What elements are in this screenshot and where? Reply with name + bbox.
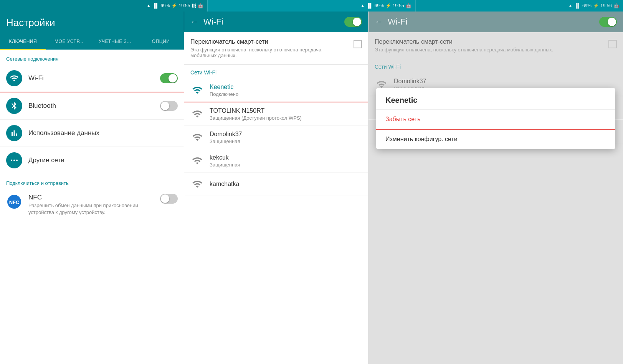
network-item-kamchatka[interactable]: kamchatka xyxy=(184,173,368,196)
network-item-kekcuk[interactable]: kekcuk Защищенная xyxy=(184,149,368,173)
android-icon-right: 🤖 xyxy=(613,3,619,8)
battery-mid: 69% xyxy=(375,3,384,8)
status-bar-mid: ▲ ▐▌ 69% ⚡ 19:55 🤖 xyxy=(207,0,415,12)
wifi-network-icon-domolink xyxy=(190,130,204,144)
status-bar-right: ▲ ▐▌ 69% ⚡ 19:56 🤖 xyxy=(415,0,623,12)
keenetic-status: Подключено xyxy=(210,91,362,97)
svg-point-1 xyxy=(13,160,15,161)
wifi-item-title: Wi-Fi xyxy=(28,74,154,82)
domolink-name-right: Domolink37 xyxy=(394,78,617,85)
bluetooth-item-title: Bluetooth xyxy=(28,102,154,110)
tab-connections[interactable]: КЛЮЧЕНИЯ xyxy=(0,34,46,50)
wifi-item-icon xyxy=(6,70,22,86)
totolink-text: TOTOLINK N150RT Защищенная (Доступен про… xyxy=(210,107,362,121)
wifi-icon-domolink xyxy=(192,132,203,143)
wifi-header-toggle-mid[interactable] xyxy=(344,17,362,27)
nfc-item-subtitle: Разрешить обмен данными при прикосновени… xyxy=(28,202,154,216)
keenetic-name: Keenetic xyxy=(210,84,362,91)
back-button-right[interactable]: ← xyxy=(375,17,383,27)
data-svg-icon xyxy=(10,128,19,138)
screens-container: Настройки КЛЮЧЕНИЯ МОЕ УСТР... УЧЕТНЫЕ З… xyxy=(0,12,623,364)
settings-title: Настройки xyxy=(6,17,178,29)
wifi-title-mid: Wi-Fi xyxy=(203,17,340,27)
data-item-icon xyxy=(6,125,22,141)
smart-switch-mid: Переключатель смарт-сети Эта функция отк… xyxy=(184,32,368,65)
smart-switch-text-mid: Переключатель смарт-сети Эта функция отк… xyxy=(190,38,349,58)
wifi-header-toggle-right[interactable] xyxy=(599,17,617,27)
wifi-icon-status-mid: ▲ xyxy=(360,3,365,8)
nfc-svg-icon: NFC xyxy=(7,195,21,209)
connect-section-label: Подключиться и отправить xyxy=(0,174,184,189)
cell-signal-right: ▐▌ xyxy=(574,3,581,8)
settings-item-wifi[interactable]: Wi-Fi xyxy=(0,65,184,92)
smart-switch-right: Переключатель смарт-сети Эта функция отк… xyxy=(369,32,623,59)
settings-panel: Настройки КЛЮЧЕНИЯ МОЕ УСТР... УЧЕТНЫЕ З… xyxy=(0,12,184,364)
wifi-icon-kamchatka xyxy=(192,179,203,189)
context-menu-forget[interactable]: Забыть сеть xyxy=(376,110,615,130)
smart-switch-subtitle-mid: Эта функция отключена, поскольку отключе… xyxy=(190,47,349,58)
settings-item-nfc[interactable]: NFC NFC Разрешить обмен данными при прик… xyxy=(0,189,184,221)
nfc-toggle-thumb xyxy=(161,194,169,203)
context-menu-title: Keenetic xyxy=(376,88,615,110)
nfc-item-text: NFC Разрешить обмен данными при прикосно… xyxy=(28,194,154,216)
android-icon-left: 🤖 xyxy=(198,3,203,8)
other-item-icon xyxy=(6,152,22,168)
domolink-name: Domolink37 xyxy=(210,131,362,138)
bluetooth-svg-icon xyxy=(10,101,19,110)
wifi-toggle[interactable] xyxy=(160,73,178,83)
wifi-content-mid: Переключатель смарт-сети Эта функция отк… xyxy=(184,32,368,364)
kamchatka-name: kamchatka xyxy=(210,181,362,188)
wifi-icon-totolink xyxy=(192,109,203,119)
data-item-text: Использование данных xyxy=(28,129,178,137)
battery-left: 69% xyxy=(160,3,170,8)
back-button-mid[interactable]: ← xyxy=(190,17,199,27)
smart-switch-subtitle-right: Эта функция отключена, поскольку отключе… xyxy=(375,47,604,53)
smart-switch-title-mid: Переключатель смарт-сети xyxy=(190,38,349,45)
wifi-network-icon-kamchatka xyxy=(190,177,204,191)
wifi-header-right: ← Wi-Fi xyxy=(369,12,623,32)
charge-icon-mid: ⚡ xyxy=(385,3,391,8)
nfc-toggle[interactable] xyxy=(160,194,178,204)
wifi-icon-kekcuk xyxy=(192,155,203,166)
context-menu-modify[interactable]: Изменить конфигур. сети xyxy=(376,130,615,149)
charge-icon-right: ⚡ xyxy=(593,3,599,8)
tab-accounts[interactable]: УЧЕТНЫЕ З... xyxy=(92,34,138,49)
domolink-text: Domolink37 Защищенная xyxy=(210,131,362,144)
status-bar-left: ▲ ▐▌ 69% ⚡ 19:55 🖼 🤖 xyxy=(0,0,207,12)
wifi-toggle-thumb xyxy=(169,74,177,82)
kekcuk-status: Защищенная xyxy=(210,162,362,168)
bluetooth-item-text: Bluetooth xyxy=(28,102,154,110)
cell-signal-mid: ▐▌ xyxy=(367,3,373,8)
smart-switch-title-right: Переключатель смарт-сети xyxy=(375,38,604,45)
other-item-text: Другие сети xyxy=(28,156,178,164)
kekcuk-text: kekcuk Защищенная xyxy=(210,154,362,168)
smart-switch-checkbox-mid[interactable] xyxy=(354,40,362,48)
wifi-icon-keenetic xyxy=(192,85,203,96)
tab-device[interactable]: МОЕ УСТР... xyxy=(46,34,92,49)
svg-point-0 xyxy=(11,160,12,161)
other-svg-icon xyxy=(10,156,19,165)
time-mid: 19:55 xyxy=(393,3,404,8)
network-item-domolink[interactable]: Domolink37 Защищенная xyxy=(184,126,368,149)
totolink-name: TOTOLINK N150RT xyxy=(210,107,362,114)
wifi-item-text: Wi-Fi xyxy=(28,74,154,82)
settings-item-bluetooth[interactable]: Bluetooth xyxy=(0,92,184,120)
network-item-keenetic[interactable]: Keenetic Подключено xyxy=(184,79,368,102)
settings-item-data[interactable]: Использование данных xyxy=(0,120,184,147)
settings-item-other[interactable]: Другие сети xyxy=(0,147,184,174)
wifi-header-mid: ← Wi-Fi xyxy=(184,12,368,32)
kekcuk-name: kekcuk xyxy=(210,154,362,161)
wifi-svg-icon xyxy=(10,74,19,83)
bluetooth-toggle-thumb xyxy=(161,102,169,110)
nfc-item-icon: NFC xyxy=(6,194,22,210)
smart-switch-text-right: Переключатель смарт-сети Эта функция отк… xyxy=(375,38,604,53)
settings-header: Настройки xyxy=(0,12,184,34)
charge-icon-left: ⚡ xyxy=(171,3,177,8)
tab-options[interactable]: ОПЦИИ xyxy=(138,34,184,49)
networks-label-right: Сети Wi-Fi xyxy=(369,59,623,73)
settings-tabs: КЛЮЧЕНИЯ МОЕ УСТР... УЧЕТНЫЕ З... ОПЦИИ xyxy=(0,34,184,50)
bluetooth-toggle[interactable] xyxy=(160,101,178,111)
network-item-totolink[interactable]: TOTOLINK N150RT Защищенная (Доступен про… xyxy=(184,102,368,126)
smart-switch-checkbox-right[interactable] xyxy=(608,40,617,48)
wifi-network-icon-totolink xyxy=(190,107,204,121)
